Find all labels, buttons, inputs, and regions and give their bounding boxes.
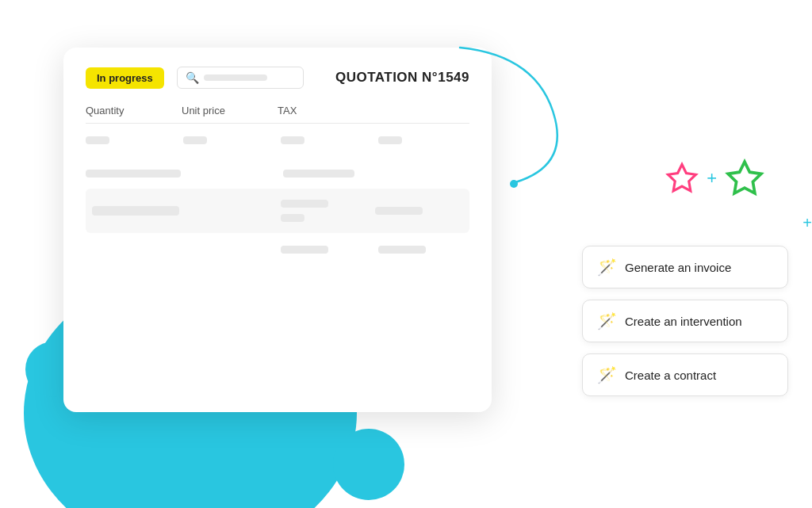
- col-quantity: Quantity: [86, 105, 182, 116]
- card-header: In progress 🔍 QUOTATION N°1549: [86, 67, 469, 89]
- wand-icon-contract: 🪄: [597, 365, 617, 384]
- star-pink-icon: [665, 162, 699, 195]
- cell: [375, 207, 423, 215]
- search-input-placeholder: [204, 74, 267, 81]
- col-tax: TAX: [278, 105, 373, 116]
- cell: [281, 214, 304, 222]
- svg-marker-1: [668, 165, 696, 191]
- generate-invoice-label: Generate an invoice: [625, 261, 731, 274]
- cell: [281, 136, 304, 144]
- create-contract-button[interactable]: 🪄 Create a contract: [582, 353, 788, 396]
- cell: [86, 170, 181, 178]
- search-box[interactable]: 🔍: [177, 67, 304, 89]
- table-header: Quantity Unit price TAX: [86, 105, 469, 124]
- cell: [183, 136, 207, 144]
- svg-marker-2: [728, 162, 761, 193]
- table-row: [86, 163, 469, 184]
- plus-right-icon: +: [802, 214, 812, 232]
- cell: [283, 170, 354, 178]
- col-unit-price: Unit price: [182, 105, 278, 116]
- stars-area: +: [665, 159, 764, 198]
- search-icon: 🔍: [186, 71, 199, 84]
- cell: [281, 200, 328, 208]
- cell: [378, 246, 426, 254]
- action-buttons-panel: 🪄 Generate an invoice 🪄 Create an interv…: [582, 246, 788, 396]
- quotation-title: QUOTATION N°1549: [335, 70, 469, 86]
- create-intervention-label: Create an intervention: [625, 315, 742, 328]
- plus-icon: +: [707, 168, 717, 189]
- quotation-card: In progress 🔍 QUOTATION N°1549 Quantity …: [63, 48, 492, 412]
- create-intervention-button[interactable]: 🪄 Create an intervention: [582, 300, 788, 342]
- table-row: [86, 239, 469, 260]
- cell: [86, 136, 109, 144]
- cell: [92, 206, 179, 216]
- create-contract-label: Create a contract: [625, 369, 716, 382]
- table-row: [86, 130, 469, 151]
- star-green-icon: [725, 159, 764, 198]
- wand-icon-intervention: 🪄: [597, 311, 617, 330]
- status-badge: In progress: [86, 67, 164, 89]
- svg-point-0: [510, 180, 518, 188]
- cell: [378, 136, 402, 144]
- table-row-block: [86, 189, 469, 233]
- wand-icon-invoice: 🪄: [597, 258, 617, 277]
- cell: [281, 246, 328, 254]
- col-extra: [373, 105, 469, 116]
- generate-invoice-button[interactable]: 🪄 Generate an invoice: [582, 246, 788, 288]
- bg-circle-small-bottom: [333, 429, 404, 500]
